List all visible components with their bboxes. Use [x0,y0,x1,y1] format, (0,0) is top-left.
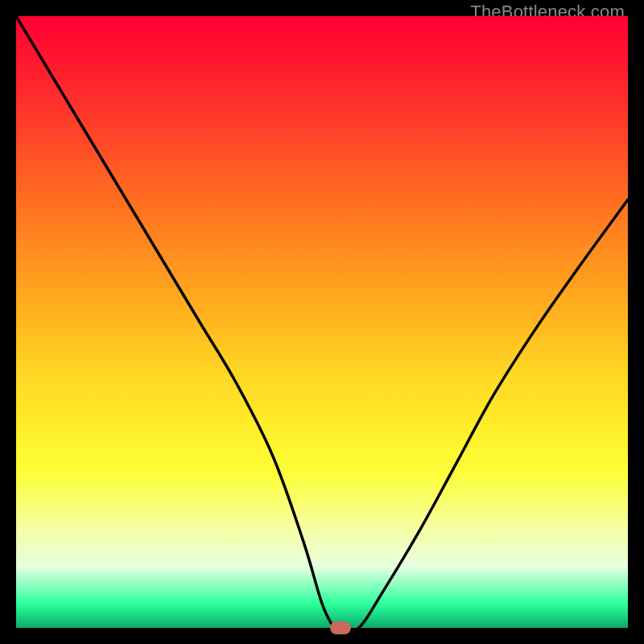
optimal-marker [330,621,351,634]
plot-background [16,16,628,628]
chart-container: TheBottleneck.com [0,0,644,644]
